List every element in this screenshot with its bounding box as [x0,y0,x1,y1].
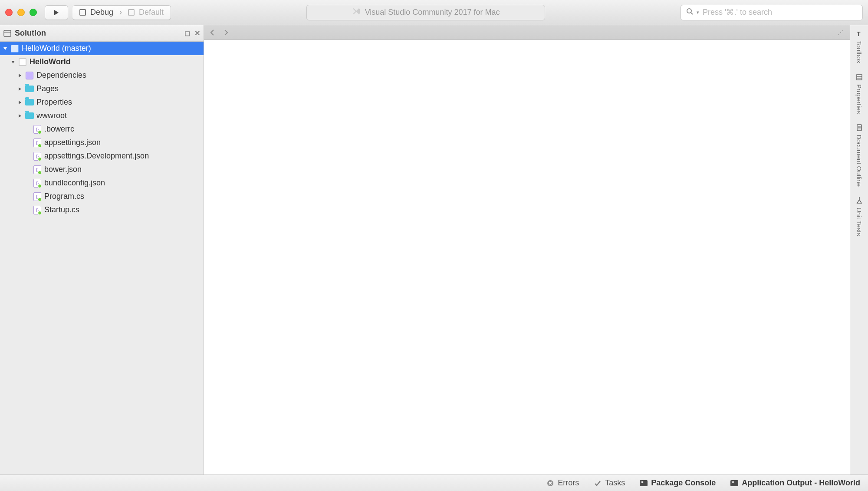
solution-panel: Solution ◻ ✕ HelloWorld (master) HelloWo… [0,25,204,475]
tree-file[interactable]: {}appsettings.json [0,136,204,149]
tree-folder-label: Pages [36,84,59,93]
tree-folder[interactable]: Pages [0,82,204,96]
solution-panel-header: Solution ◻ ✕ [0,25,204,42]
error-icon [546,479,554,487]
window-title: Visual Studio Community 2017 for Mac [365,8,500,17]
rail-properties[interactable]: Properties [855,73,864,114]
chevron-right-icon[interactable] [17,87,23,91]
square-icon [79,9,86,16]
tree-file[interactable]: {}Program.cs [0,190,204,203]
svg-marker-7 [19,74,21,77]
svg-marker-9 [19,101,21,104]
unit-tests-icon [855,196,864,205]
chevron-right-icon[interactable] [17,100,23,105]
chevron-down-icon: ▾ [697,10,699,15]
tree-folder[interactable]: wwwroot [0,109,204,122]
folder-icon [25,112,34,120]
code-file-icon: {} [33,192,42,201]
svg-marker-8 [19,87,21,91]
nav-forward-button[interactable] [223,30,228,36]
rail-label: Document Outline [855,135,863,187]
autohide-button[interactable]: ◻ [184,29,190,37]
zoom-window-button[interactable] [30,9,37,16]
solution-root[interactable]: HelloWorld (master) [0,42,204,55]
rail-unit-tests[interactable]: Unit Tests [855,196,864,236]
rail-document-outline[interactable]: Document Outline [855,123,864,187]
status-tasks[interactable]: Tasks [594,478,625,488]
tree-file-label: .bowerrc [44,125,74,134]
solution-pad-icon [3,30,11,37]
properties-icon [855,73,864,82]
rail-label: Unit Tests [855,208,863,236]
chevron-down-icon[interactable] [10,60,16,64]
project-label: HelloWorld [30,57,71,66]
build-config-button[interactable]: Debug › Default [72,5,171,20]
tree-folder-label: Dependencies [36,71,86,80]
tree-file[interactable]: {}bundleconfig.json [0,176,204,190]
square-icon [128,9,135,16]
search-input[interactable] [703,8,857,17]
code-file-icon: {} [33,138,42,147]
search-icon [686,8,693,17]
tree-file[interactable]: {}appsettings.Development.json [0,149,204,163]
window-controls [5,9,37,16]
nav-back-button[interactable] [210,30,215,36]
solution-icon [10,44,19,53]
solution-tree[interactable]: HelloWorld (master) HelloWorld Dependenc… [0,42,204,475]
rail-label: Properties [855,84,863,114]
svg-marker-0 [54,10,59,15]
play-icon [53,9,60,16]
tree-folder[interactable]: Dependencies [0,69,204,82]
status-package-console[interactable]: Package Console [640,478,716,488]
tree-file[interactable]: {}bower.json [0,163,204,176]
status-app-output[interactable]: Application Output - HelloWorld [730,478,860,488]
status-errors[interactable]: Errors [546,478,579,488]
search-box[interactable]: ▾ [681,5,863,20]
editor-canvas[interactable] [204,40,850,475]
editor-area: ⋰ [204,25,850,475]
svg-rect-3 [4,30,11,36]
chevron-right-icon[interactable] [17,114,23,118]
status-package-console-label: Package Console [651,478,716,488]
editor-tabstrip: ⋰ [204,25,850,40]
svg-rect-12 [857,75,862,80]
svg-text:T: T [857,30,861,37]
svg-marker-10 [19,114,21,118]
project-icon [18,58,27,66]
status-app-output-label: Application Output - HelloWorld [742,478,860,488]
rail-label: Toolbox [855,41,863,63]
terminal-icon [640,479,648,487]
configuration-selector: Debug › Default [72,5,171,20]
close-window-button[interactable] [5,9,13,16]
window-title-pill: Visual Studio Community 2017 for Mac [306,5,545,20]
tree-folder[interactable]: Properties [0,96,204,109]
chevron-right-icon[interactable] [17,73,23,78]
tree-folder-label: wwwroot [36,111,67,120]
tree-file-label: bundleconfig.json [44,178,105,188]
folder-icon [25,98,34,107]
run-button[interactable] [45,5,68,20]
svg-line-2 [691,13,693,14]
tree-file-label: Startup.cs [44,205,79,214]
tree-file-label: appsettings.json [44,138,101,147]
tree-file[interactable]: {}Startup.cs [0,203,204,217]
titlebar: Debug › Default Visual Studio Community … [0,0,868,25]
svg-marker-6 [11,61,15,63]
rail-toolbox[interactable]: T Toolbox [855,30,864,63]
close-panel-button[interactable]: ✕ [194,29,200,37]
svg-marker-5 [3,47,7,50]
right-rail: T Toolbox Properties Document Outline Un… [850,25,868,475]
status-errors-label: Errors [558,478,579,488]
tree-file[interactable]: {}.bowerrc [0,122,204,136]
solution-root-label: HelloWorld (master) [22,44,91,53]
svg-point-1 [687,9,691,13]
code-file-icon: {} [33,179,42,188]
chevron-down-icon[interactable] [3,46,8,51]
minimize-window-button[interactable] [17,9,25,16]
run-target-label: Default [139,8,164,17]
terminal-icon [730,479,738,487]
code-file-icon: {} [33,152,42,161]
check-icon [594,479,602,487]
project-node[interactable]: HelloWorld [0,55,204,69]
editor-resize-grip-icon: ⋰ [838,29,844,36]
